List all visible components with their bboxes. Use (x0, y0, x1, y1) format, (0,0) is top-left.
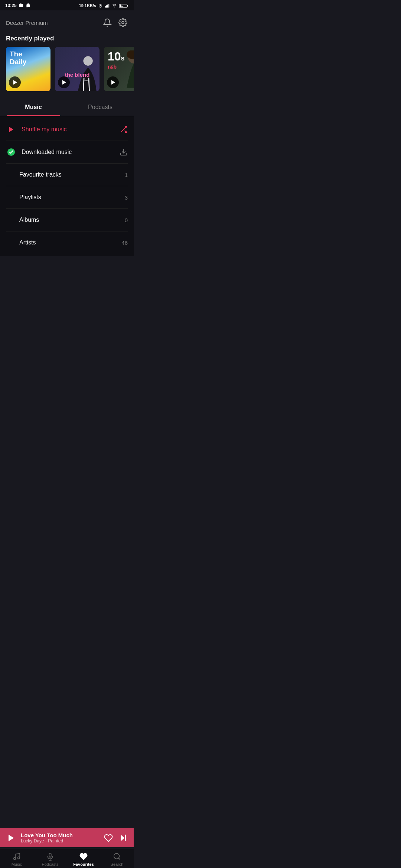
favourite-tracks-badge: 1 (125, 172, 128, 178)
list-item-albums[interactable]: Albums 0 (0, 209, 134, 231)
downloaded-right (120, 148, 128, 156)
notification-status-icon (19, 3, 24, 8)
card-rnb-genre: r&b (108, 64, 117, 70)
list-item-artists[interactable]: Artists 46 (0, 231, 134, 254)
svg-marker-16 (9, 127, 13, 132)
tab-music[interactable]: Music (0, 99, 67, 116)
ghost-icon (26, 3, 31, 8)
status-time: 13:25 (5, 3, 17, 8)
play-triangle-icon (7, 126, 15, 133)
svg-rect-2 (105, 6, 106, 7)
alarm-icon (98, 3, 103, 8)
card-blend[interactable]: the blend (55, 47, 100, 91)
shuffle-icon (120, 125, 128, 134)
header: Deezer Premium (0, 10, 134, 31)
notification-button[interactable] (102, 18, 112, 27)
battery-icon: 24 (119, 3, 128, 8)
svg-point-11 (122, 22, 124, 24)
svg-point-12 (83, 56, 92, 65)
favourite-tracks-spacer (6, 170, 14, 180)
card-rnb[interactable]: 10s r&b (104, 47, 134, 91)
signal-icon (105, 3, 110, 8)
artists-label: Artists (19, 239, 36, 246)
tab-podcasts[interactable]: Podcasts (67, 99, 134, 116)
svg-point-6 (114, 7, 115, 7)
playlists-spacer (6, 192, 14, 203)
card-daily[interactable]: TheDaily (6, 47, 50, 91)
recently-played-list: TheDaily the blend (0, 47, 134, 99)
settings-button[interactable] (118, 18, 128, 27)
card-daily-label: TheDaily (10, 50, 26, 66)
playlists-label: Playlists (19, 194, 41, 201)
shuffle-play-icon (6, 124, 16, 135)
recently-played-title: Recently played (0, 31, 134, 47)
list-item-downloaded[interactable]: Downloaded music (0, 141, 134, 163)
status-bar: 13:25 19.1KB/s 24 (0, 0, 134, 10)
bell-icon (103, 18, 112, 27)
svg-text:24: 24 (121, 5, 124, 7)
shuffle-right (120, 125, 128, 134)
downloaded-label: Downloaded music (22, 149, 72, 155)
download-icon (120, 148, 128, 156)
svg-rect-4 (107, 4, 108, 7)
card-daily-play[interactable] (9, 76, 21, 88)
albums-spacer (6, 215, 14, 225)
shuffle-label: Shuffle my music (22, 126, 67, 133)
list-item-playlists[interactable]: Playlists 3 (0, 186, 134, 208)
playlists-badge: 3 (125, 194, 128, 201)
music-list: Shuffle my music Downloaded music (0, 116, 134, 256)
artists-badge: 46 (121, 240, 128, 246)
network-speed: 19.1KB/s (79, 3, 96, 8)
albums-badge: 0 (125, 217, 128, 223)
wifi-icon (112, 3, 117, 8)
svg-point-14 (127, 50, 134, 59)
card-blend-play[interactable] (58, 76, 70, 88)
check-circle-icon (7, 148, 15, 156)
card-rnb-number: 10s (108, 50, 125, 62)
svg-rect-0 (19, 4, 23, 7)
favourite-tracks-label: Favourite tracks (19, 171, 62, 178)
card-rnb-play[interactable] (107, 76, 119, 88)
list-item-favourite-tracks[interactable]: Favourite tracks 1 (0, 164, 134, 186)
downloaded-check-icon (6, 147, 16, 157)
artists-spacer (6, 237, 14, 248)
svg-rect-5 (108, 4, 109, 8)
svg-rect-9 (127, 5, 128, 6)
svg-rect-3 (106, 5, 107, 7)
albums-label: Albums (19, 217, 39, 223)
gear-icon (118, 18, 127, 27)
content-tabs: Music Podcasts (0, 99, 134, 116)
app-title: Deezer Premium (6, 20, 48, 26)
list-item-shuffle[interactable]: Shuffle my music (0, 118, 134, 141)
